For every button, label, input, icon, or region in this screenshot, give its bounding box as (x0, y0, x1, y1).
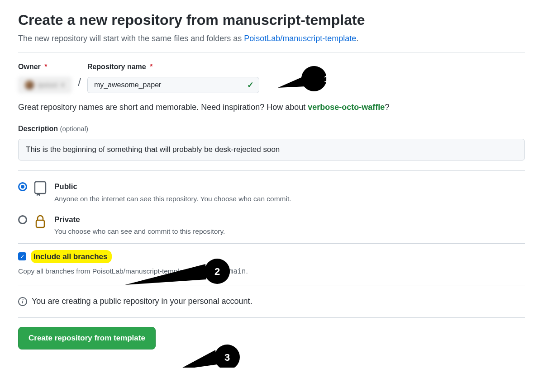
visibility-public-desc: Anyone on the internet can see this repo… (54, 194, 291, 204)
required-mark: * (44, 63, 47, 71)
repo-name-suggestion[interactable]: verbose-octo-waffle (308, 103, 385, 112)
check-icon: ✓ (247, 79, 254, 91)
template-link[interactable]: PoisotLab/manuscript-template (244, 34, 356, 43)
repo-icon (33, 181, 48, 196)
visibility-private-radio[interactable] (18, 215, 27, 224)
repo-name-label: Repository name * (87, 61, 259, 72)
include-desc-code: main (229, 267, 246, 275)
svg-text:3: 3 (224, 352, 230, 363)
page-title: Create a new repository from manuscript-… (18, 9, 525, 31)
slash-separator: / (78, 74, 81, 90)
visibility-private-desc: You choose who can see and commit to thi… (54, 226, 225, 236)
checkmark-icon: ✓ (20, 252, 25, 261)
create-repository-button[interactable]: Create repository from template (18, 327, 156, 349)
annotation-callout-3: 3 (176, 345, 240, 368)
include-branches-checkbox[interactable]: ✓ (18, 252, 26, 260)
lock-icon (33, 214, 48, 229)
owner-selected-text: tpoisot (38, 80, 57, 90)
include-desc-prefix: Copy all branches from PoisotLab/manuscr… (18, 267, 229, 275)
avatar (25, 80, 34, 90)
description-optional: (optional) (60, 125, 88, 132)
info-text: You are creating a public repository in … (32, 295, 252, 307)
subtitle-prefix: The new repository will start with the s… (18, 34, 244, 43)
owner-label-text: Owner (18, 63, 41, 71)
visibility-public-radio[interactable] (18, 182, 27, 191)
include-branches-label: Include all branches (31, 250, 112, 264)
svg-rect-0 (35, 182, 46, 194)
svg-rect-1 (36, 220, 44, 227)
subtitle-suffix: . (356, 34, 358, 43)
repo-name-input[interactable] (87, 77, 259, 93)
repo-name-label-text: Repository name (87, 63, 146, 71)
repo-name-hint: Great repository names are short and mem… (18, 101, 525, 113)
description-input[interactable] (18, 139, 525, 161)
include-desc-suffix: . (246, 267, 248, 275)
hint-suffix: ? (385, 103, 389, 112)
visibility-private-title: Private (54, 214, 225, 226)
include-branches-desc: Copy all branches from PoisotLab/manuscr… (18, 266, 525, 277)
description-label-text: Description (18, 125, 58, 132)
info-row: i You are creating a public repository i… (18, 285, 525, 317)
description-label: Description (optional) (18, 123, 525, 134)
caret-down-icon: ▾ (61, 80, 65, 90)
owner-select[interactable]: tpoisot ▾ (18, 77, 71, 93)
info-icon: i (18, 297, 27, 306)
visibility-public-title: Public (54, 181, 291, 193)
required-mark: * (150, 63, 152, 71)
hint-prefix: Great repository names are short and mem… (18, 103, 308, 112)
divider (18, 170, 525, 171)
owner-label: Owner * (18, 61, 71, 72)
page-subtitle: The new repository will start with the s… (18, 33, 525, 45)
divider (18, 52, 525, 52)
svg-point-5 (214, 345, 240, 368)
